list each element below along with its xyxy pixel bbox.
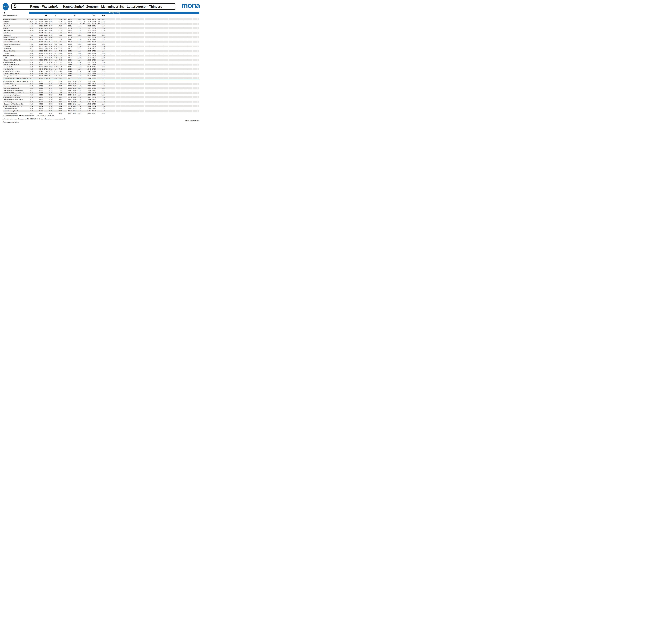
empty-cell (125, 50, 130, 52)
time-cell: 16.46 (87, 70, 91, 72)
stop-name: - Zeller (3, 23, 8, 25)
empty-cell (111, 20, 116, 22)
empty-cell (198, 20, 199, 22)
empty-cell (145, 80, 149, 82)
time-cell: 18.49 (101, 20, 106, 22)
empty-cell (198, 89, 199, 91)
empty-cell (149, 92, 154, 94)
time-cell (53, 29, 58, 31)
empty-cell (193, 27, 197, 29)
empty-cell (188, 43, 193, 45)
table-row: - Lochbihler Häuser05.0806.3807.0507.080… (3, 61, 199, 63)
empty-cell (145, 73, 149, 75)
time-cell: 05.32 (29, 101, 34, 103)
empty-cell (169, 39, 173, 41)
time-cell: alle (82, 18, 87, 20)
empty-cell (116, 96, 121, 98)
time-cell (43, 94, 48, 96)
empty-cell (111, 77, 116, 79)
table-row: - Friedhof05.0306.3307.0007.0306.5707.33… (3, 52, 199, 54)
column-marker-s-icon: S (74, 15, 75, 16)
time-cell: 07.37 (48, 112, 53, 114)
time-cell: 17.10 (91, 64, 96, 65)
time-cell (96, 39, 101, 41)
legend-s-badge: S (19, 115, 20, 117)
empty-cell (164, 70, 169, 72)
stop-name-cell: - Lochbihler Häuser (3, 61, 29, 63)
time-cell (72, 73, 77, 75)
time-cell (82, 77, 87, 79)
empty-cell (159, 80, 164, 82)
table-row: - Georg-Haindl-Str.05.0206.3206.5907.020… (3, 50, 199, 52)
time-cell: 07.33 (48, 103, 53, 105)
empty-cell (154, 98, 159, 100)
time-cell: 17.11 (91, 66, 96, 68)
empty-cell (164, 64, 169, 65)
time-cell: 16.56 (87, 87, 91, 89)
empty-cell (116, 94, 121, 96)
time-cell (43, 89, 48, 91)
table-row: - Memminger Str./Engel05.2606.5607.2607.… (3, 87, 199, 89)
empty-cell (183, 105, 188, 108)
time-cell: 14.02 (77, 101, 82, 103)
time-cell: 06.52 (43, 34, 48, 36)
time-cell: 13.32 (67, 101, 72, 103)
time-cell (34, 108, 39, 110)
time-cell: 16.32 (87, 50, 91, 52)
time-cell (96, 73, 101, 75)
empty-cell (135, 89, 140, 91)
time-cell (96, 27, 101, 29)
empty-cell (149, 32, 154, 34)
empty-cell (135, 75, 140, 77)
time-cell: 07.19 (48, 75, 53, 77)
time-cell: 07.00 (43, 52, 48, 54)
time-cell: 13.27 (67, 89, 72, 91)
empty-cell (169, 41, 173, 43)
empty-cell (106, 96, 111, 98)
empty-cell (154, 77, 159, 79)
empty-cell (135, 32, 140, 34)
time-cell (72, 43, 77, 45)
time-cell (82, 41, 87, 43)
time-cell (96, 66, 101, 68)
empty-cell (140, 45, 144, 47)
time-cell (82, 108, 87, 110)
empty-cell (111, 52, 116, 54)
time-cell: 06.30 (39, 45, 43, 47)
empty-cell (178, 20, 183, 22)
stop-name-cell: - Schwalbenweg Nord (3, 110, 29, 112)
empty-cell (121, 50, 125, 52)
empty-cell (125, 64, 130, 65)
time-cell: 05.36 (29, 110, 34, 112)
empty-cell (178, 41, 183, 43)
stop-name-cell: - Lotterbergstr./Fohlenhof (3, 96, 29, 98)
time-cell: 05.08 (29, 61, 34, 63)
table-row: - Zentrum (ehem. ZUM) (Steig A6)ab05.220… (3, 80, 199, 82)
time-cell: 06.51 (48, 25, 53, 27)
time-cell: 07.01 (53, 59, 58, 61)
time-cell: 13.31 (67, 98, 72, 100)
empty-cell (169, 80, 173, 82)
time-cell (53, 108, 58, 110)
empty-cell (145, 25, 149, 27)
empty-cell (145, 66, 149, 68)
empty-cell (125, 45, 130, 47)
empty-cell (164, 85, 169, 87)
time-cell (53, 94, 58, 96)
stop-name-cell: - Friedhof (3, 52, 29, 54)
time-cell (96, 77, 101, 79)
time-cell: 07.18 (48, 73, 53, 75)
empty-cell (173, 43, 178, 45)
time-cell: 19.11 (101, 66, 106, 68)
empty-cell (111, 101, 116, 103)
time-cell (63, 43, 67, 45)
time-cell (72, 57, 77, 59)
time-cell: 06.25 (39, 36, 43, 38)
time-cell (63, 52, 67, 54)
empty-cell (121, 75, 125, 77)
service-days-bar: Montag - Freitag (29, 12, 199, 14)
empty-cell (140, 105, 144, 108)
empty-cell (173, 80, 178, 82)
empty-cell (159, 59, 164, 61)
table-row: - Illertalstr.04.493006.1906.4606.4907.1… (3, 20, 199, 23)
